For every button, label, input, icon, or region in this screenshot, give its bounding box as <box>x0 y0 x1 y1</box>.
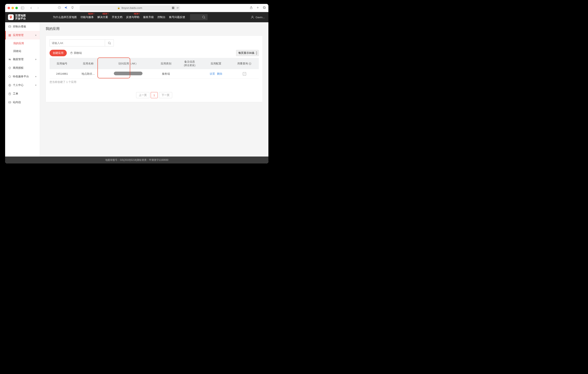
sidebar: 控制台看板 应用管理 ▼ 我的应用 回收站 额度管理 ▼ 商用授权 <box>5 22 40 157</box>
main-content: 我的应用 创建应用 回收站 <box>40 22 268 157</box>
svg-point-27 <box>9 84 10 85</box>
cell-usage <box>230 69 259 79</box>
sidebar-sub-my-apps[interactable]: 我的应用 <box>5 40 40 47</box>
nav-feedback[interactable]: NEW !反馈与帮助 <box>126 15 139 19</box>
url-bar[interactable]: 🔒 lbsyun.baidu.com 🅰 ⟳ <box>80 5 180 11</box>
create-app-button[interactable]: 创建应用 <box>50 50 67 56</box>
pager-next[interactable]: 下一页 <box>159 92 172 98</box>
sidebar-item-special[interactable]: 特色服务平台 ▼ <box>5 72 40 81</box>
back-button[interactable] <box>29 6 34 10</box>
svg-marker-25 <box>9 75 11 78</box>
footer: 地图审图号：GS(2019)5218|测绘资质：甲测资字1100930 <box>5 157 268 163</box>
scrollbar[interactable] <box>265 13 268 163</box>
maximize-window-button[interactable] <box>15 7 18 9</box>
svg-rect-15 <box>9 34 10 35</box>
cell-type: 服务端 <box>155 69 178 79</box>
trash-icon <box>70 51 73 54</box>
chevron-down-icon: ▼ <box>35 58 37 61</box>
sidebar-item-profile[interactable]: 个人中心 ▼ <box>5 81 40 89</box>
bird-icon[interactable] <box>64 6 68 10</box>
svg-rect-34 <box>71 52 72 54</box>
svg-point-9 <box>10 16 11 17</box>
usage-chart-icon[interactable] <box>243 72 246 75</box>
cell-id: 24514861 <box>50 69 74 79</box>
logo[interactable]: 百度地图 开放平台 <box>8 14 26 20</box>
table-row: 24514861 地点路径… 服务端 设置 删除 <box>50 69 259 79</box>
svg-rect-16 <box>10 34 11 35</box>
search-icon <box>202 15 206 19</box>
share-icon[interactable] <box>250 6 253 10</box>
badge-icon <box>8 75 11 78</box>
translate-icon[interactable]: 🅰 <box>172 7 174 9</box>
nav-docs[interactable]: 开发文档 <box>112 15 122 19</box>
history-icon[interactable] <box>57 6 62 10</box>
table-header-row: 应用编号 应用名称 访问应用（AK） 应用类别 备注信息 (双击更改) 应用配置… <box>50 58 259 69</box>
cell-note[interactable] <box>178 69 202 79</box>
sidebar-item-apps[interactable]: 应用管理 ▼ <box>5 31 40 40</box>
quota-icon <box>8 58 11 61</box>
pager-current[interactable]: 1 <box>151 92 158 98</box>
logo-text: 百度地图 开放平台 <box>15 14 26 20</box>
col-usage: 用量查询? <box>230 58 259 69</box>
svg-line-33 <box>110 44 111 44</box>
apps-panel: 创建应用 回收站 每页显示30条 应用编号 <box>46 36 263 102</box>
tabs-icon[interactable] <box>263 6 266 10</box>
app-body: 控制台看板 应用管理 ▼ 我的应用 回收站 额度管理 ▼ 商用授权 <box>5 22 268 157</box>
col-config: 应用配置 <box>202 58 230 69</box>
forward-button[interactable] <box>35 6 41 10</box>
page-title: 我的应用 <box>46 26 263 31</box>
header-search[interactable] <box>190 14 208 20</box>
title-bar: 🔒 lbsyun.baidu.com 🅰 ⟳ <box>5 4 268 12</box>
nav-upgrade[interactable]: 服务升级 <box>143 15 154 19</box>
created-note: 您当前创建了 1 个应用 <box>50 80 259 84</box>
row-set-link[interactable]: 设置 <box>210 72 215 75</box>
svg-rect-18 <box>10 35 11 36</box>
sidebar-item-license[interactable]: 商用授权 <box>5 64 40 72</box>
ticket-icon <box>8 92 11 95</box>
url-text: lbsyun.baidu.com <box>121 6 142 10</box>
nav-solutions[interactable]: NEW !解决方案 <box>97 15 108 19</box>
recycle-link[interactable]: 回收站 <box>70 51 82 55</box>
nav-account-feedback[interactable]: 账号问题反馈 <box>169 15 185 19</box>
app-content: 百度地图 开放平台 为什么选择百度地图 NEW !功能与服务 NEW !解决方案… <box>5 12 268 163</box>
svg-point-10 <box>202 16 205 18</box>
svg-line-11 <box>204 18 205 19</box>
sidebar-toggle-icon[interactable] <box>20 6 25 10</box>
svg-rect-17 <box>9 35 10 36</box>
chevron-down-icon: ▼ <box>35 34 37 36</box>
row-delete-link[interactable]: 删除 <box>217 72 222 75</box>
sidebar-item-messages[interactable]: 站内信 <box>5 98 40 107</box>
svg-point-12 <box>252 16 253 17</box>
apps-table: 应用编号 应用名称 访问应用（AK） 应用类别 备注信息 (双击更改) 应用配置… <box>50 58 259 79</box>
nav-console[interactable]: 控制台 <box>158 15 165 19</box>
svg-rect-13 <box>8 26 11 27</box>
logo-mark-icon <box>8 14 14 20</box>
pager-prev[interactable]: 上一页 <box>136 92 149 98</box>
ak-highlight <box>97 58 130 78</box>
window-controls <box>8 7 18 9</box>
page-size-select[interactable]: 每页显示30条 <box>236 50 259 56</box>
svg-rect-8 <box>263 7 265 8</box>
nav-features[interactable]: NEW !功能与服务 <box>81 15 94 19</box>
ak-search-input[interactable] <box>50 40 105 46</box>
ak-search-button[interactable] <box>105 40 114 46</box>
close-window-button[interactable] <box>8 7 10 9</box>
browser-window: 🔒 lbsyun.baidu.com 🅰 ⟳ <box>5 4 268 163</box>
sidebar-item-quota[interactable]: 额度管理 ▼ <box>5 55 40 64</box>
cell-config: 设置 删除 <box>202 69 230 79</box>
minimize-window-button[interactable] <box>11 7 14 9</box>
shield-icon[interactable] <box>70 6 75 10</box>
sidebar-item-dashboard[interactable]: 控制台看板 <box>5 22 40 31</box>
sidebar-item-tickets[interactable]: 工单 <box>5 89 40 98</box>
reload-icon[interactable]: ⟳ <box>177 7 179 10</box>
help-icon[interactable]: ? <box>249 62 252 65</box>
search-icon <box>108 41 111 45</box>
nav-why[interactable]: 为什么选择百度地图 <box>53 15 77 19</box>
user-icon <box>251 15 254 19</box>
chevron-down-icon: ▼ <box>35 84 37 86</box>
col-id: 应用编号 <box>50 58 74 69</box>
add-tab-icon[interactable] <box>256 6 259 10</box>
col-type: 应用类别 <box>155 58 178 69</box>
user-menu[interactable]: Gavin... <box>251 15 265 19</box>
sidebar-sub-recycle[interactable]: 回收站 <box>5 47 40 55</box>
